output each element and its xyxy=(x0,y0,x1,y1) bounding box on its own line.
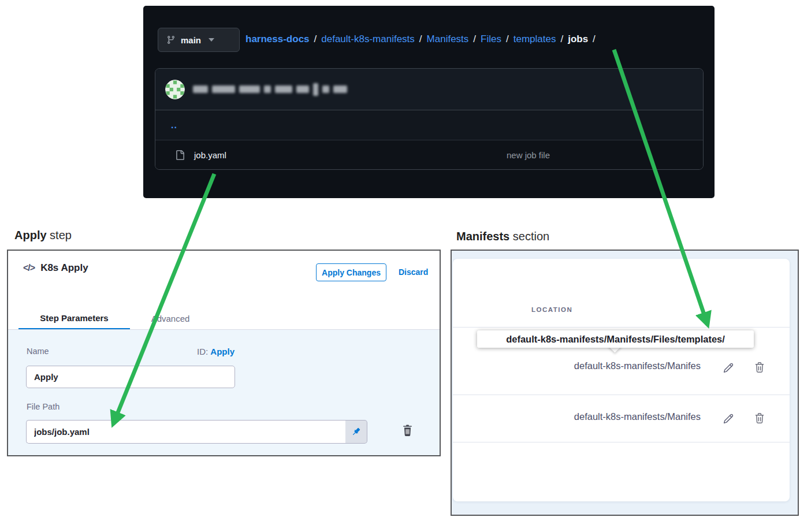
discard-button[interactable]: Discard xyxy=(399,267,428,277)
name-input[interactable] xyxy=(26,366,235,388)
breadcrumb-link-templates[interactable]: templates xyxy=(514,34,556,45)
breadcrumb: harness-docs / default-k8s-manifests / M… xyxy=(245,31,600,47)
file-path-input[interactable] xyxy=(26,420,345,444)
edit-pencil-icon[interactable] xyxy=(722,412,735,427)
tab-step-parameters[interactable]: Step Parameters xyxy=(18,307,130,330)
id-value[interactable]: Apply xyxy=(210,347,235,356)
manifests-card xyxy=(453,259,790,501)
parent-directory-link[interactable]: .. xyxy=(171,120,177,131)
redacted-commit-text xyxy=(193,83,347,96)
chevron-down-icon xyxy=(209,38,214,42)
file-path-label: File Path xyxy=(27,402,59,411)
latest-commit-row xyxy=(155,69,703,110)
row-divider xyxy=(453,395,790,395)
code-icon: </> xyxy=(23,263,35,273)
manifests-caption-bold: Manifests xyxy=(456,230,509,243)
apply-step-caption-rest: step xyxy=(47,229,72,241)
breadcrumb-separator: / xyxy=(593,34,596,45)
delete-file-path-icon[interactable] xyxy=(401,424,414,440)
breadcrumb-separator: / xyxy=(419,34,422,45)
commit-message-link[interactable]: new job file xyxy=(507,150,550,160)
tab-advanced[interactable]: Advanced xyxy=(138,307,203,330)
parent-directory-row: .. xyxy=(155,110,703,140)
step-header: </> K8s Apply xyxy=(23,262,88,274)
row-divider xyxy=(453,442,790,442)
apply-step-caption-bold: Apply xyxy=(14,229,47,241)
github-file-browser-panel: main harness-docs / default-k8s-manifest… xyxy=(143,6,715,198)
delete-trash-icon[interactable] xyxy=(753,361,766,376)
file-path-field xyxy=(26,420,367,444)
step-title: K8s Apply xyxy=(40,262,88,274)
file-name-link[interactable]: job.yaml xyxy=(194,150,226,160)
breadcrumb-separator: / xyxy=(314,34,317,45)
k8s-apply-step-panel: </> K8s Apply Apply Changes Discard Step… xyxy=(7,250,441,456)
file-row-job-yaml: job.yaml new job file xyxy=(155,140,703,170)
breadcrumb-link-files[interactable]: Files xyxy=(481,34,501,45)
apply-step-caption: Apply step xyxy=(14,229,72,242)
breadcrumb-link-default-k8s-manifests[interactable]: default-k8s-manifests xyxy=(321,34,415,45)
breadcrumb-link-manifests[interactable]: Manifests xyxy=(427,34,469,45)
manifests-section-caption: Manifests section xyxy=(456,230,549,243)
breadcrumb-separator: / xyxy=(473,34,476,45)
manifest-row-location: default-k8s-manifests/Manifes xyxy=(520,411,701,422)
manifests-caption-rest: section xyxy=(509,230,549,243)
git-branch-icon xyxy=(166,35,176,44)
branch-name: main xyxy=(181,35,201,45)
id-prefix: ID: xyxy=(197,347,208,356)
manifest-row-location: default-k8s-manifests/Manifes xyxy=(520,360,701,371)
screenshot-canvas: main harness-docs / default-k8s-manifest… xyxy=(0,0,800,532)
location-column-header: LOCATION xyxy=(531,306,572,313)
edit-pencil-icon[interactable] xyxy=(722,362,735,377)
avatar[interactable] xyxy=(165,80,185,99)
breadcrumb-separator: / xyxy=(506,34,509,45)
pin-button[interactable] xyxy=(345,420,367,444)
file-icon xyxy=(175,150,185,160)
location-tooltip: default-k8s-manifests/Manifests/Files/te… xyxy=(477,330,754,348)
step-id: ID: Apply xyxy=(197,347,235,356)
breadcrumb-separator: / xyxy=(560,34,563,45)
breadcrumb-repo[interactable]: harness-docs xyxy=(245,34,310,45)
manifests-section-panel: LOCATION default-k8s-manifests/Manifests… xyxy=(451,250,799,516)
breadcrumb-current-jobs: jobs xyxy=(568,34,588,45)
header-divider xyxy=(453,327,790,328)
name-label: Name xyxy=(27,347,49,356)
delete-trash-icon[interactable] xyxy=(753,412,766,427)
branch-selector-button[interactable]: main xyxy=(158,28,240,52)
apply-changes-button[interactable]: Apply Changes xyxy=(316,263,386,281)
file-list-table: .. job.yaml new job file xyxy=(155,68,704,170)
